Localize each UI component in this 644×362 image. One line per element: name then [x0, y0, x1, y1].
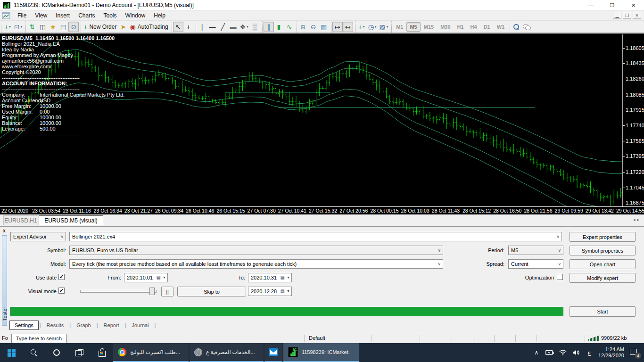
action-center-icon[interactable]: 4	[629, 348, 639, 357]
timeframe-d1-button[interactable]: D1	[480, 22, 494, 32]
skip-to-button[interactable]: Skip to	[177, 287, 246, 296]
skip-to-date-field[interactable]: 2020.12.28▦▼	[248, 287, 292, 296]
new-chart-button[interactable]: +▾	[2, 22, 13, 32]
taskbar-mt4-button[interactable]: IC11598239: ICMarket...	[283, 343, 359, 362]
menu-help[interactable]: Help	[149, 11, 170, 20]
chevron-down-icon[interactable]: ▾	[387, 25, 388, 29]
timeframe-h1-button[interactable]: H1	[454, 22, 467, 32]
mdi-minimize-button[interactable]: ▁	[613, 12, 621, 19]
taskbar-search-button[interactable]	[23, 343, 45, 362]
tab-scroll-right-icon[interactable]: ▸	[637, 217, 641, 222]
visual-mode-checkbox[interactable]: ✓	[58, 288, 65, 294]
indicators-button[interactable]: +▾	[356, 22, 367, 32]
fibonacci-grid-button[interactable]: ▒	[250, 22, 260, 32]
arrow-objects-button[interactable]: ❖▾	[239, 22, 250, 32]
optimization-checkbox[interactable]	[557, 274, 563, 280]
menu-file[interactable]: File	[13, 11, 31, 20]
market-watch-button[interactable]: ⇅	[27, 22, 37, 32]
data-window-button[interactable]: ◫	[37, 22, 48, 32]
tester-close-button[interactable]: x	[1, 228, 7, 234]
chat-button[interactable]	[521, 22, 532, 32]
period-select[interactable]: M5∨	[508, 246, 563, 255]
wifi-icon[interactable]	[559, 350, 567, 355]
timeframe-m5-button[interactable]: M5	[406, 22, 420, 32]
vertical-line-button[interactable]: |	[197, 22, 207, 32]
menu-view[interactable]: View	[31, 11, 51, 20]
chevron-down-icon[interactable]: ▾	[247, 25, 248, 29]
tester-tab-report[interactable]: Report	[99, 321, 124, 329]
scripts-button[interactable]: ➤	[118, 22, 128, 32]
zoom-out-button[interactable]: ⊖	[308, 22, 319, 32]
strategy-tester-button[interactable]: ⊙	[68, 22, 79, 32]
slider-handle[interactable]	[149, 288, 155, 295]
price-axis[interactable]: 1.186051.184351.182601.180851.179151.177…	[622, 34, 644, 206]
visual-speed-slider[interactable]	[80, 288, 157, 294]
expert-select[interactable]: Bollinger 2021.ex4∨	[69, 232, 562, 241]
start-button[interactable]: Start	[570, 306, 636, 317]
time-axis[interactable]: 22 Oct 202023 Oct 03:5423 Oct 11:1623 Oc…	[0, 206, 644, 214]
taskbar-browser-page-button[interactable]: ...الخدمات المصرفية ع	[190, 343, 264, 362]
menu-window[interactable]: Window	[121, 11, 150, 20]
autotrading-button[interactable]: ◉AutoTrading	[128, 22, 169, 32]
mdi-close-button[interactable]: ✕	[633, 12, 641, 19]
expert-properties-button[interactable]: Expert properties	[570, 232, 636, 242]
restore-button[interactable]: ❐	[602, 0, 623, 10]
zoom-in-button[interactable]: ⊕	[298, 22, 308, 32]
rectangle-button[interactable]: ▬	[228, 22, 239, 32]
chevron-down-icon[interactable]: ▾	[21, 25, 23, 29]
chevron-down-icon[interactable]: ▾	[363, 25, 365, 29]
spread-select[interactable]: Current∨	[508, 259, 563, 269]
language-indicator[interactable]: ع	[585, 349, 594, 356]
chart-tab-eurusd-m5[interactable]: EURUSD,M5 (visual)	[39, 215, 103, 225]
pause-button[interactable]: ||	[161, 287, 173, 296]
profiles-button[interactable]: ⊡▾	[13, 22, 24, 32]
modify-expert-button[interactable]: Modify expert	[570, 273, 636, 283]
tester-type-select[interactable]: Expert Advisor∨	[10, 232, 66, 241]
chart-shift-button[interactable]: ↤	[343, 22, 353, 32]
symbol-properties-button[interactable]: Symbol properties	[570, 246, 636, 255]
timeframe-w1-button[interactable]: W1	[494, 22, 508, 32]
trendline-button[interactable]: ╱	[218, 22, 228, 32]
tester-tab-journal[interactable]: Journal	[127, 321, 153, 329]
taskbar-clock[interactable]: 1:24 AM 12/29/2020	[598, 346, 624, 359]
timeframe-m15-button[interactable]: M15	[421, 22, 437, 32]
terminal-button[interactable]: ▤	[58, 22, 68, 32]
line-chart-button[interactable]: ∿	[284, 22, 295, 32]
volume-icon[interactable]	[572, 350, 580, 355]
battery-icon[interactable]	[545, 350, 554, 355]
taskbar-chrome-button[interactable]: ...طلب اكسبرت للبولنج	[113, 343, 189, 362]
taskbar-store-button[interactable]	[91, 343, 113, 362]
from-date-field[interactable]: 2020.10.01▦▼	[124, 273, 168, 282]
status-profile[interactable]: Default	[309, 335, 325, 341]
timeframe-m1-button[interactable]: M1	[393, 22, 406, 32]
timeframe-h4-button[interactable]: H4	[467, 22, 480, 32]
hidden-icons-chevron[interactable]: ∧	[532, 349, 541, 356]
open-chart-button[interactable]: Open chart	[570, 259, 636, 269]
bar-chart-button[interactable]: ∥	[264, 22, 274, 32]
crosshair-button[interactable]: +	[183, 22, 194, 32]
minimize-button[interactable]: —	[580, 0, 602, 10]
menu-charts[interactable]: Charts	[74, 11, 99, 20]
menu-tools[interactable]: Tools	[99, 11, 121, 20]
tester-tab-results[interactable]: Results	[42, 321, 69, 329]
taskbar-cortana-button[interactable]	[45, 343, 68, 362]
use-date-checkbox[interactable]: ✓	[58, 274, 65, 280]
taskbar-start-button[interactable]	[0, 343, 23, 362]
tester-tab-graph[interactable]: Graph	[72, 321, 96, 329]
taskbar-mail-button[interactable]	[264, 343, 282, 362]
model-select[interactable]: Every tick (the most precise method base…	[69, 259, 443, 269]
candle-chart-button[interactable]: ▮	[274, 22, 284, 32]
timeframe-m30-button[interactable]: M30	[437, 22, 454, 32]
chevron-down-icon[interactable]: ▾	[9, 25, 11, 29]
tile-windows-button[interactable]: ▦	[319, 22, 329, 32]
menu-insert[interactable]: Insert	[51, 11, 74, 20]
taskbar-task-view-button[interactable]	[68, 343, 91, 362]
auto-scroll-button[interactable]: ↦	[332, 22, 343, 32]
periods-button[interactable]: ◷▾	[367, 22, 378, 32]
templates-button[interactable]: ▨▾	[378, 22, 389, 32]
to-date-field[interactable]: 2020.10.31▦▼	[248, 273, 292, 282]
chevron-down-icon[interactable]: ▾	[375, 25, 377, 29]
new-order-button[interactable]: +New Order	[82, 22, 118, 32]
mdi-restore-button[interactable]: ❐	[623, 12, 631, 19]
navigator-button[interactable]: ★	[48, 22, 58, 32]
